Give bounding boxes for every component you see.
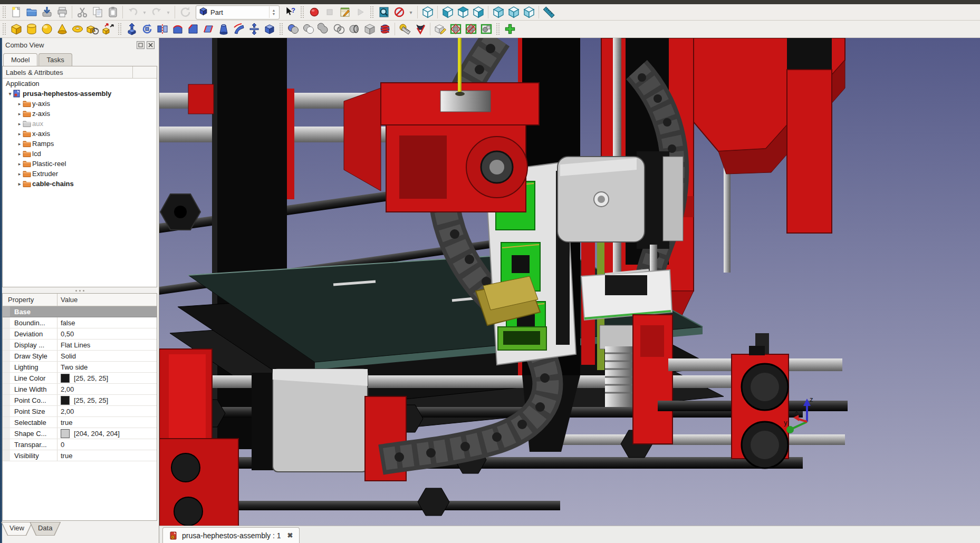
tree-item-aux[interactable]: ▸aux: [3, 119, 157, 129]
3d-viewport[interactable]: z y x prusa-hephestos-assembly : 1 ✖: [159, 38, 980, 543]
measure-toggle-delta-icon[interactable]: [479, 22, 493, 36]
property-row[interactable]: Shape C...[204, 204, 204]: [3, 428, 157, 439]
redo-dropdown-icon[interactable]: ▾: [165, 5, 172, 20]
print-icon[interactable]: [55, 5, 69, 20]
property-row[interactable]: Point Size2,00: [3, 406, 157, 417]
toolbar-grip[interactable]: [300, 6, 305, 18]
redo-icon[interactable]: [149, 5, 164, 20]
tree-item-prusa-hephestos-assembly[interactable]: ▾prusa-hephestos-assembly: [3, 89, 157, 99]
tree-item-cable-chains[interactable]: ▸cable-chains: [3, 179, 157, 189]
chamfer-icon[interactable]: [186, 22, 200, 36]
property-row[interactable]: Selectabletrue: [3, 417, 157, 428]
property-row[interactable]: Transpar...0: [3, 439, 157, 450]
refine-shape-icon[interactable]: [433, 22, 447, 36]
dock-float-button[interactable]: [137, 41, 145, 49]
axonometric-view-icon[interactable]: [420, 5, 435, 20]
dock-splitter[interactable]: [2, 288, 157, 293]
fit-all-icon[interactable]: [377, 5, 391, 20]
3d-scene[interactable]: z y x: [159, 38, 980, 526]
tree-header[interactable]: Labels & Attributes: [3, 66, 157, 79]
extrude-icon[interactable]: [124, 22, 139, 36]
create-primitives-icon[interactable]: [85, 22, 100, 36]
tab-view[interactable]: View: [1, 522, 33, 536]
ruled-surface-icon[interactable]: [201, 22, 215, 36]
front-view-icon[interactable]: [440, 5, 455, 20]
dock-close-button[interactable]: [147, 41, 155, 49]
sweep-icon[interactable]: [232, 22, 246, 36]
toolbar-grip[interactable]: [279, 23, 284, 35]
property-row[interactable]: Visibilitytrue: [3, 450, 157, 461]
refresh-icon[interactable]: [178, 5, 192, 20]
cut-icon[interactable]: [75, 5, 89, 20]
collapsed-arrow-icon[interactable]: ▸: [16, 181, 23, 187]
tree-item-extruder[interactable]: ▸Extruder: [3, 169, 157, 179]
expanded-arrow-icon[interactable]: ▾: [7, 91, 13, 96]
collapsed-arrow-icon[interactable]: ▸: [16, 131, 23, 137]
macro-edit-icon[interactable]: [338, 5, 352, 20]
draw-style-icon[interactable]: [392, 5, 406, 20]
property-row[interactable]: Draw StyleSolid: [3, 351, 157, 362]
boolean-section-icon[interactable]: [347, 22, 361, 36]
property-row[interactable]: Line Color[25, 25, 25]: [3, 373, 157, 384]
torus-icon[interactable]: [70, 22, 84, 36]
paste-icon[interactable]: [105, 5, 120, 20]
measure-linear-icon[interactable]: [398, 22, 412, 36]
whats-this-icon[interactable]: ?: [283, 5, 297, 20]
toolbar-grip[interactable]: [496, 23, 501, 35]
collapsed-arrow-icon[interactable]: ▸: [16, 101, 23, 106]
revolve-icon[interactable]: [140, 22, 154, 36]
offset-icon[interactable]: [247, 22, 261, 36]
measure-distance-icon[interactable]: [542, 5, 556, 20]
toolbar-grip[interactable]: [370, 6, 374, 18]
tree-item-lcd[interactable]: ▸lcd: [3, 149, 157, 159]
toolbar-grip[interactable]: [2, 6, 7, 18]
macro-play-icon[interactable]: [353, 5, 367, 20]
tree-item-ramps[interactable]: ▸Ramps: [3, 139, 157, 149]
macro-record-icon[interactable]: [307, 5, 321, 20]
mirror-icon[interactable]: [155, 22, 169, 36]
boolean-cut-icon[interactable]: [301, 22, 315, 36]
bottom-view-icon[interactable]: [506, 5, 521, 20]
cone-icon[interactable]: [55, 22, 69, 36]
workbench-selector[interactable]: Part ▲▼: [196, 5, 280, 20]
property-row[interactable]: LightingTwo side: [3, 362, 157, 373]
property-row[interactable]: Point Co...[25, 25, 25]: [3, 395, 157, 406]
undo-dropdown-icon[interactable]: ▾: [141, 5, 148, 20]
shape-builder-icon[interactable]: [101, 22, 115, 36]
document-tab[interactable]: prusa-hephestos-assembly : 1 ✖: [162, 527, 300, 543]
measure-toggle-3d-icon[interactable]: [464, 22, 478, 36]
add-icon[interactable]: [503, 22, 517, 36]
left-view-icon[interactable]: [522, 5, 536, 20]
macro-stop-icon[interactable]: [322, 5, 337, 20]
tab-model[interactable]: Model: [3, 53, 37, 66]
property-header[interactable]: Property Value: [3, 294, 157, 306]
undo-icon[interactable]: [126, 5, 140, 20]
top-view-icon[interactable]: [456, 5, 470, 20]
document-tab-close-icon[interactable]: ✖: [285, 531, 293, 539]
compound-icon[interactable]: [362, 22, 377, 36]
tree-item-z-axis[interactable]: ▸z-axis: [3, 109, 157, 119]
rear-view-icon[interactable]: [491, 5, 505, 20]
tab-tasks[interactable]: Tasks: [39, 53, 72, 66]
copy-icon[interactable]: [90, 5, 104, 20]
open-file-icon[interactable]: [24, 5, 39, 20]
collapsed-arrow-icon[interactable]: ▸: [16, 121, 23, 127]
boolean-common-icon[interactable]: [332, 22, 346, 36]
draw-style-dropdown-icon[interactable]: ▾: [407, 5, 415, 20]
loft-icon[interactable]: [216, 22, 230, 36]
collapsed-arrow-icon[interactable]: ▸: [16, 151, 23, 157]
boolean-icon[interactable]: [286, 22, 300, 36]
boolean-union-icon[interactable]: [316, 22, 331, 36]
cross-sections-icon[interactable]: [378, 22, 392, 36]
tab-data[interactable]: Data: [30, 522, 61, 536]
thickness-icon[interactable]: [262, 22, 276, 36]
sphere-icon[interactable]: [40, 22, 54, 36]
tree-item-x-axis[interactable]: ▸x-axis: [3, 129, 157, 139]
collapsed-arrow-icon[interactable]: ▸: [16, 111, 23, 117]
collapsed-arrow-icon[interactable]: ▸: [16, 141, 23, 147]
right-view-icon[interactable]: [471, 5, 485, 20]
property-row[interactable]: Display ...Flat Lines: [3, 340, 157, 351]
tree-item-y-axis[interactable]: ▸y-axis: [3, 99, 157, 109]
collapsed-arrow-icon[interactable]: ▸: [16, 161, 23, 167]
toolbar-grip[interactable]: [2, 23, 7, 35]
